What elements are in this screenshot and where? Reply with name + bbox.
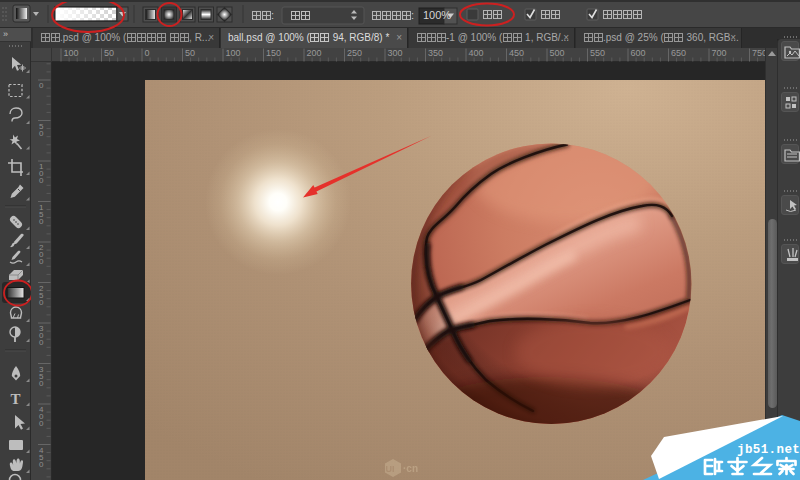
svg-text:50: 50 [104,48,114,58]
svg-text:5: 5 [39,372,44,381]
svg-text:1: 1 [39,203,44,212]
svg-text:0: 0 [39,331,44,340]
svg-text:0: 0 [39,419,44,428]
svg-text:T: T [11,391,21,407]
svg-text:0: 0 [39,338,44,347]
svg-text:0: 0 [39,217,44,226]
svg-text:0: 0 [39,412,44,421]
svg-text:5: 5 [39,291,44,300]
svg-text:0: 0 [39,298,44,307]
svg-text:550: 550 [590,48,605,58]
svg-text:700: 700 [712,48,727,58]
svg-text:300: 300 [388,48,403,58]
svg-text:jb51.net: jb51.net [737,443,800,457]
svg-text:0: 0 [39,460,44,469]
svg-text:400: 400 [469,48,484,58]
svg-text:·cn: ·cn [403,463,418,474]
svg-text:3: 3 [39,324,44,333]
svg-text:450: 450 [509,48,524,58]
svg-text:2: 2 [39,243,44,252]
svg-text:0: 0 [39,250,44,259]
svg-text:4: 4 [39,405,44,414]
svg-text:600: 600 [631,48,646,58]
svg-text:3: 3 [39,365,44,374]
svg-text:1: 1 [39,162,44,171]
svg-text:0: 0 [39,169,44,178]
svg-text:100: 100 [64,48,79,58]
svg-text:UI: UI [386,464,395,474]
svg-text:150: 150 [266,48,281,58]
svg-text:5: 5 [39,453,44,462]
svg-text:5: 5 [39,210,44,219]
svg-text:250: 250 [347,48,362,58]
svg-text:100: 100 [226,48,241,58]
svg-text:500: 500 [550,48,565,58]
svg-text:200: 200 [307,48,322,58]
svg-text:5: 5 [39,122,44,131]
svg-text:0: 0 [39,81,44,90]
svg-text:0: 0 [39,129,44,138]
svg-text:0: 0 [39,176,44,185]
svg-text:0: 0 [145,48,150,58]
svg-text:50: 50 [185,48,195,58]
svg-text:350: 350 [428,48,443,58]
svg-text:4: 4 [39,446,44,455]
svg-text:2: 2 [39,284,44,293]
svg-text:650: 650 [671,48,686,58]
svg-text:0: 0 [39,379,44,388]
svg-text:0: 0 [39,257,44,266]
